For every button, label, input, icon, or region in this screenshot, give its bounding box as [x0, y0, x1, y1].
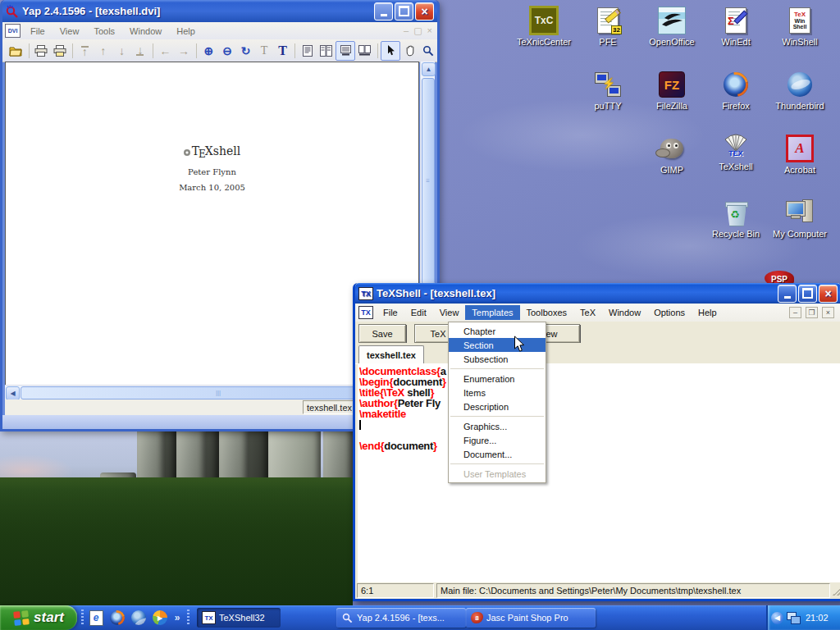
- taskbar-button-texshell32[interactable]: TX TeXShell32: [197, 608, 281, 628]
- menu-window[interactable]: Window: [602, 305, 647, 320]
- menu-window[interactable]: Window: [122, 26, 169, 36]
- taskbar-clock[interactable]: 21:02: [806, 613, 829, 623]
- tab-texshell-tex[interactable]: texshell.tex: [358, 345, 424, 364]
- next-page-icon[interactable]: ↓: [113, 42, 131, 60]
- menu-item-subsection[interactable]: Subsection: [449, 352, 546, 366]
- mdi-minimize-button[interactable]: –: [789, 307, 801, 318]
- back-icon[interactable]: ←: [157, 42, 175, 60]
- quick-launch-firefox-icon[interactable]: [108, 608, 126, 628]
- menu-item-enumeration[interactable]: Enumeration: [449, 372, 546, 386]
- quick-launch-thunderbird-icon[interactable]: [130, 608, 148, 628]
- double-page-view-icon[interactable]: [356, 42, 374, 60]
- desktop-icon-texniccenter[interactable]: TxC TeXnicCenter: [512, 7, 576, 47]
- desktop-icon-thunderbird[interactable]: Thunderbird: [768, 71, 832, 111]
- close-button[interactable]: ×: [819, 285, 838, 303]
- desktop-icon-my-computer[interactable]: My Computer: [768, 199, 832, 239]
- true-text-icon[interactable]: T: [274, 42, 292, 60]
- toolbar-drag-handle[interactable]: [187, 609, 189, 626]
- desktop-icon-putty[interactable]: ⚡ puTTY: [576, 71, 640, 111]
- tray-collapse-chevron[interactable]: ◀: [771, 612, 783, 624]
- quick-launch-overflow-chevron[interactable]: »: [171, 608, 184, 628]
- last-page-icon[interactable]: ↓: [131, 42, 149, 60]
- first-page-icon[interactable]: ↑: [76, 42, 94, 60]
- mdi-child-controls: – ❐ ×: [789, 307, 840, 318]
- menu-item-section[interactable]: Section: [449, 338, 546, 352]
- start-button[interactable]: start: [0, 605, 77, 630]
- desktop-icon-winedt[interactable]: Σ WinEdt: [704, 7, 768, 47]
- desktop-icon-pfe[interactable]: 32 PFE: [576, 7, 640, 47]
- single-page-view-icon[interactable]: [299, 42, 317, 60]
- winshell-icon: TeXWin Shell: [789, 7, 810, 34]
- taskbar-button-paint-shop-pro[interactable]: 8 Jasc Paint Shop Pro: [466, 608, 596, 628]
- yap-titlebar[interactable]: Yap 2.4.1596 - [texshell.dvi] ×: [2, 0, 437, 22]
- continuous-view-icon[interactable]: [317, 42, 336, 60]
- menu-help[interactable]: Help: [692, 305, 724, 320]
- menu-edit[interactable]: Edit: [404, 305, 433, 320]
- menu-templates[interactable]: Templates: [465, 305, 519, 320]
- editor-line: \end{document}: [359, 441, 840, 451]
- previous-page-icon[interactable]: ↑: [94, 42, 112, 60]
- minimize-button[interactable]: [778, 285, 797, 303]
- open-folder-icon[interactable]: [7, 42, 25, 60]
- menu-item-items[interactable]: Items: [449, 386, 546, 399]
- menu-view[interactable]: View: [433, 305, 466, 320]
- scroll-left-button[interactable]: ◀: [6, 386, 20, 400]
- resize-grip[interactable]: [833, 586, 840, 596]
- mdi-child-controls-disabled: –▢×: [404, 25, 437, 36]
- menu-item-description[interactable]: Description: [449, 399, 546, 413]
- print-setup-icon[interactable]: [51, 42, 69, 60]
- zoom-in-icon[interactable]: ⊕: [200, 42, 218, 60]
- minimize-button[interactable]: [374, 2, 393, 21]
- pan-hand-icon[interactable]: [401, 42, 419, 60]
- desktop-icon-gimp[interactable]: GIMP: [640, 135, 704, 175]
- desktop-icon-filezilla[interactable]: FZ FileZilla: [640, 71, 704, 111]
- icon-label: FileZilla: [640, 101, 704, 111]
- desktop-icon-openoffice[interactable]: OpenOffice: [640, 7, 704, 47]
- menu-item-graphics[interactable]: Graphics...: [449, 419, 546, 433]
- desktop-icon-recycle-bin[interactable]: ♻ Recycle Bin: [704, 199, 768, 239]
- menu-item-document[interactable]: Document...: [449, 447, 546, 461]
- quick-launch-internet-explorer-icon[interactable]: e: [87, 608, 105, 628]
- close-button[interactable]: ×: [415, 2, 434, 21]
- wallpaper-grass: [0, 477, 353, 605]
- menu-item-figure[interactable]: Figure...: [449, 433, 546, 447]
- network-status-icon[interactable]: [787, 612, 801, 624]
- menu-view[interactable]: View: [52, 26, 87, 36]
- menu-item-chapter[interactable]: Chapter: [449, 324, 546, 338]
- desktop-icon-acrobat[interactable]: A Acrobat: [768, 135, 832, 175]
- zoom-out-icon[interactable]: ⊖: [218, 42, 236, 60]
- maximize-button[interactable]: [395, 2, 413, 21]
- draft-text-icon[interactable]: T: [255, 42, 273, 60]
- vertical-scroll-thumb[interactable]: ≡: [422, 78, 435, 285]
- menu-options[interactable]: Options: [647, 305, 692, 320]
- menu-help[interactable]: Help: [169, 26, 203, 36]
- menu-file[interactable]: File: [23, 26, 52, 36]
- refresh-icon[interactable]: ↻: [237, 42, 255, 60]
- my-computer-icon: [786, 199, 814, 226]
- desktop-icon-texshell[interactable]: TEX TeXshell: [704, 131, 768, 171]
- menu-file[interactable]: File: [377, 305, 404, 320]
- taskbar-button-yap[interactable]: Yap 2.4.1596 - [texs...: [336, 608, 466, 628]
- menu-toolboxes[interactable]: Toolboxes: [520, 305, 574, 320]
- select-pointer-icon[interactable]: [381, 41, 400, 61]
- texshell-titlebar[interactable]: TX TeXShell - [texshell.tex] ×: [355, 283, 840, 304]
- yap-toolbar: ↑ ↑ ↓ ↓ ← → ⊕ ⊖ ↻ T T: [2, 39, 437, 62]
- taskbar: start e ▶ » TX TeXShell32 Yap 2.4.1596 -…: [0, 605, 840, 630]
- maximize-button[interactable]: [798, 285, 817, 303]
- page-width-view-icon[interactable]: [336, 41, 355, 61]
- menu-tools[interactable]: Tools: [86, 26, 122, 36]
- print-icon[interactable]: [32, 42, 50, 60]
- magnifying-glass-icon[interactable]: [420, 42, 438, 60]
- quick-launch-media-player-icon[interactable]: ▶: [151, 608, 169, 628]
- desktop-icon-firefox[interactable]: Firefox: [704, 71, 768, 111]
- toolbar-drag-handle[interactable]: [81, 609, 84, 626]
- latex-editor[interactable]: \documentclass{a \begin{document} \title…: [358, 363, 840, 583]
- mdi-restore-button[interactable]: ❐: [806, 307, 818, 318]
- forward-icon[interactable]: →: [175, 42, 193, 60]
- menu-tex[interactable]: TeX: [573, 305, 602, 320]
- desktop-icon-winshell[interactable]: TeXWin Shell WinShell: [768, 7, 832, 47]
- scroll-up-button[interactable]: ▲: [422, 62, 436, 76]
- save-button[interactable]: Save: [358, 324, 406, 343]
- openoffice-icon: [658, 7, 686, 34]
- mdi-close-button[interactable]: ×: [822, 307, 834, 318]
